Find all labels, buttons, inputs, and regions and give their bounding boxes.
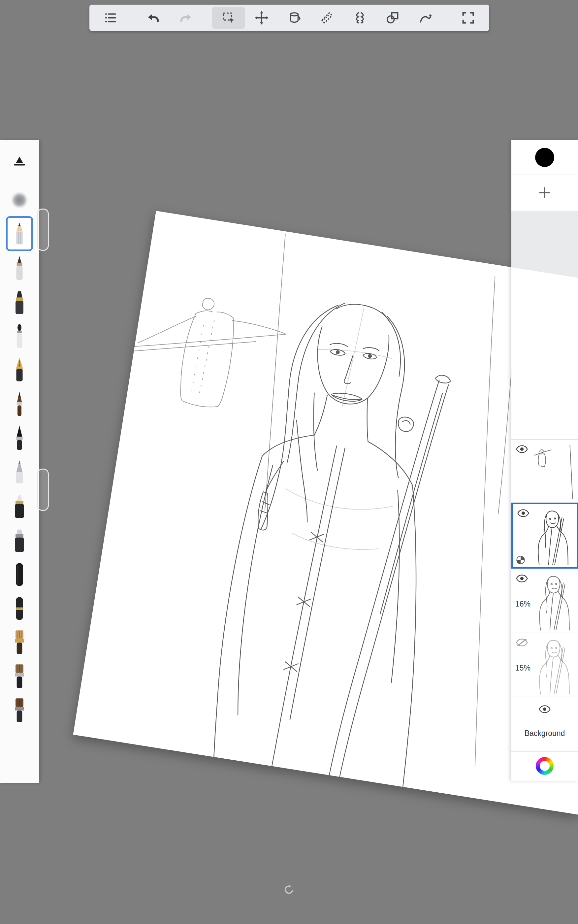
layer-thumbnail: [533, 571, 576, 631]
plus-icon: [537, 185, 552, 200]
brush-item-ballpoint-pen[interactable]: [3, 251, 35, 285]
layer-visibility-toggle[interactable]: [515, 638, 529, 648]
fill-tool-button[interactable]: [278, 7, 310, 29]
brush-item-soft-airbrush[interactable]: [3, 182, 35, 216]
round-brush-icon: [10, 390, 29, 419]
brush-item-flat-brush[interactable]: [3, 625, 35, 659]
brush-item-fineliner[interactable]: [3, 319, 35, 353]
layer-visibility-toggle[interactable]: [515, 445, 529, 455]
fullscreen-button[interactable]: [452, 7, 485, 29]
brush-item-slider-marker[interactable]: [3, 148, 35, 182]
undo-icon: [146, 10, 161, 25]
gold-marker-icon: [10, 288, 29, 317]
brush-library-panel: [0, 140, 39, 783]
background-layer-label: Background: [511, 729, 578, 738]
layers-panel-spacer: [511, 211, 578, 439]
eye-off-icon: [516, 638, 528, 647]
brush-item-fountain-pen[interactable]: [3, 353, 35, 387]
flat-brush-2-icon: [10, 662, 29, 690]
pencil-brush-icon: [11, 221, 28, 247]
brush-item-eraser-hard[interactable]: [3, 591, 35, 625]
canvas-rotate-indicator[interactable]: [283, 884, 295, 896]
soft-airbrush-icon: [10, 185, 29, 213]
select-tool-button[interactable]: [212, 7, 245, 29]
menu-list-icon: [103, 10, 118, 25]
eye-icon: [539, 705, 550, 713]
ruler-icon: [319, 10, 334, 25]
rotate-icon: [283, 884, 295, 896]
layer-visibility-toggle[interactable]: [538, 705, 551, 715]
brush-item-round-brush[interactable]: [3, 387, 35, 421]
layer-visibility-toggle[interactable]: [516, 508, 530, 518]
brush-item-ink-brush[interactable]: [3, 421, 35, 455]
frame-icon: [461, 10, 476, 25]
slider-handle-bottom[interactable]: [37, 469, 49, 511]
eraser-icon: [10, 560, 29, 588]
layer-thumbnail: [531, 506, 575, 565]
background-layer-row[interactable]: Background: [511, 697, 578, 752]
layer-row-selected[interactable]: [511, 503, 578, 568]
selection-icon: [221, 10, 236, 25]
layer-row[interactable]: 15%: [511, 633, 578, 697]
airbrush-icon: [10, 458, 29, 486]
layers-panel: 16% 15% Background: [511, 140, 578, 781]
brush-item-copic-marker-2[interactable]: [3, 523, 35, 557]
paint-bucket-icon: [287, 10, 302, 25]
layer-opacity-label: 16%: [515, 599, 531, 609]
blend-mode-icon[interactable]: [516, 555, 525, 565]
drawing-canvas[interactable]: [73, 211, 578, 815]
shapes-icon: [385, 10, 400, 25]
active-color-swatch[interactable]: [535, 148, 554, 167]
fountain-pen-icon: [10, 356, 29, 385]
color-swatch-section: [511, 140, 578, 175]
layer-opacity-label: 15%: [515, 664, 531, 672]
eraser-hard-icon: [10, 594, 29, 622]
ballpoint-pen-icon: [10, 254, 29, 283]
add-layer-section: [511, 175, 578, 211]
redo-icon: [179, 10, 194, 25]
symmetry-tool-button[interactable]: [343, 7, 376, 29]
shapes-tool-button[interactable]: [377, 7, 409, 29]
brush-item-gold-marker[interactable]: [3, 285, 35, 319]
menu-button[interactable]: [94, 7, 127, 29]
eye-icon: [516, 445, 528, 453]
color-wheel-section: [511, 752, 578, 779]
flat-brush-3-icon: [10, 696, 29, 724]
eye-icon: [517, 509, 529, 518]
layer-thumbnail: [533, 635, 576, 695]
ruler-tool-button[interactable]: [311, 7, 343, 29]
brush-item-pencil[interactable]: [6, 216, 33, 251]
slider-marker-icon: [10, 151, 29, 180]
layer-row[interactable]: 16%: [511, 568, 578, 633]
redo-button[interactable]: [170, 7, 202, 29]
move-icon: [254, 10, 269, 25]
add-layer-button[interactable]: [537, 185, 552, 201]
slider-handle-top[interactable]: [37, 209, 49, 251]
brush-item-eraser[interactable]: [3, 557, 35, 591]
ink-brush-icon: [10, 424, 29, 452]
brush-item-copic-marker[interactable]: [3, 489, 35, 523]
canvas-edge-shading: [511, 211, 578, 439]
copic-marker-2-icon: [10, 526, 29, 554]
fineliner-icon: [10, 322, 29, 351]
layer-row[interactable]: [511, 439, 578, 503]
symmetry-icon: [352, 10, 367, 25]
copic-marker-icon: [10, 492, 29, 520]
flat-brush-icon: [10, 628, 29, 656]
layer-thumbnail: [533, 442, 576, 500]
color-wheel-button[interactable]: [536, 757, 554, 775]
sketch-drawing: [73, 211, 578, 815]
brush-item-airbrush[interactable]: [3, 455, 35, 489]
brush-item-flat-brush-2[interactable]: [3, 659, 35, 693]
undo-button[interactable]: [136, 7, 169, 29]
stroke-curve-icon: [418, 10, 433, 25]
layer-visibility-toggle[interactable]: [515, 574, 529, 584]
brush-item-flat-brush-3[interactable]: [3, 693, 35, 727]
eye-icon: [516, 574, 528, 583]
stroke-tool-button[interactable]: [409, 7, 442, 29]
transform-tool-button[interactable]: [245, 7, 278, 29]
top-toolbar: [89, 5, 489, 31]
